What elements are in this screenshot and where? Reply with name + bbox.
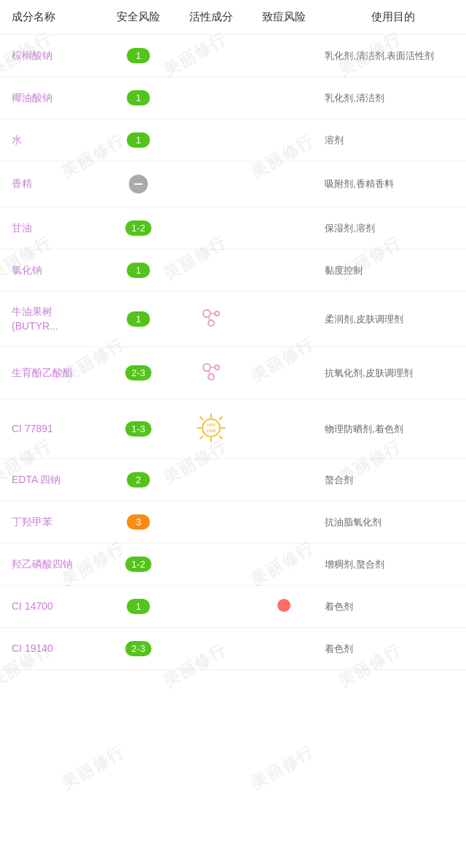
svg-line-9 [208, 370, 210, 374]
table-row: 生育酚乙酸酯2-3 抗氧化剂,皮肤调理剂 [0, 347, 466, 399]
acne-risk-cell [248, 250, 320, 292]
safety-badge-cell: 1 [102, 77, 175, 119]
svg-point-0 [203, 310, 210, 317]
table-row: CI 147001着色剂 [0, 586, 466, 628]
uva-icon: UVA UVB [196, 413, 226, 443]
header-name: 成分名称 [0, 0, 102, 35]
ingredient-purpose: 着色剂 [320, 628, 466, 670]
molecules-icon [198, 360, 224, 383]
safety-badge-cell: 1 [102, 586, 175, 628]
svg-line-15 [220, 437, 223, 439]
ingredients-table: 成分名称 安全风险 活性成分 致痘风险 使用目的 棕榈酸钠1乳化剂,清洁剂,表面… [0, 0, 466, 670]
safety-badge: 3 [127, 514, 150, 530]
table-row: 牛油果树 (BUTYR...1 柔润剂,皮肤调理剂 [0, 292, 466, 347]
ingredient-name: 丁羟甲苯 [0, 501, 102, 544]
acne-risk-cell [248, 459, 320, 501]
safety-badge-cell: 1 [102, 250, 175, 292]
ingredient-name: 氯化钠 [0, 250, 102, 292]
safety-badge-cell: 3 [102, 501, 175, 544]
molecules-icon [198, 306, 224, 330]
table-row: 丁羟甲苯3抗油脂氧化剂 [0, 501, 466, 544]
active-ingredient-cell [175, 586, 248, 628]
safety-badge: 1 [127, 48, 150, 63]
active-ingredient-cell [175, 544, 248, 586]
safety-badge: 1-3 [125, 421, 152, 437]
acne-risk-cell [248, 501, 320, 544]
active-ingredient-cell [175, 347, 248, 399]
svg-point-1 [215, 311, 219, 316]
safety-badge: 1-2 [125, 220, 152, 236]
ingredient-purpose: 黏度控制 [320, 250, 466, 292]
header-acne: 致痘风险 [248, 0, 320, 35]
acne-risk-cell [248, 119, 320, 162]
ingredient-purpose: 螯合剂 [320, 459, 466, 501]
ingredient-name: 香精 [0, 162, 102, 207]
table-header: 成分名称 安全风险 活性成分 致痘风险 使用目的 [0, 0, 466, 35]
table-row: 棕榈酸钠1乳化剂,清洁剂,表面活性剂 [0, 35, 466, 77]
table-row: CI 778911-3 UVA UVB 物理防晒剂,着色剂 [0, 399, 466, 459]
safety-badge: 1 [127, 90, 150, 105]
acne-dot-icon [277, 599, 291, 612]
acne-risk-cell [248, 347, 320, 399]
acne-risk-cell [248, 544, 320, 586]
ingredient-purpose: 乳化剂,清洁剂 [320, 77, 466, 119]
table-row: 水1溶剂 [0, 119, 466, 162]
header-active: 活性成分 [175, 0, 248, 35]
table-row: CI 191402-3着色剂 [0, 628, 466, 670]
acne-risk-cell [248, 35, 320, 77]
svg-point-5 [203, 364, 210, 371]
ingredient-name: 水 [0, 119, 102, 162]
header-purpose: 使用目的 [320, 0, 466, 35]
ingredient-name: CI 14700 [0, 586, 102, 628]
safety-badge: 2 [127, 472, 150, 487]
safety-badge: 2-3 [125, 365, 152, 381]
acne-risk-cell [248, 207, 320, 250]
active-ingredient-cell [175, 292, 248, 347]
ingredient-name: 羟乙磷酸四钠 [0, 544, 102, 586]
header-safety: 安全风险 [102, 0, 175, 35]
svg-line-14 [200, 417, 203, 420]
ingredient-name: CI 19140 [0, 628, 102, 670]
active-ingredient-cell [175, 501, 248, 544]
safety-badge: 2-3 [125, 641, 152, 656]
active-ingredient-cell: UVA UVB [175, 399, 248, 459]
safety-badge-cell: 2-3 [102, 347, 175, 399]
ingredient-name: CI 77891 [0, 399, 102, 459]
active-ingredient-cell [175, 250, 248, 292]
safety-badge-cell: 2 [102, 459, 175, 501]
safety-badge: 1 [127, 599, 150, 614]
ingredient-purpose: 保湿剂,溶剂 [320, 207, 466, 250]
ingredient-purpose: 柔润剂,皮肤调理剂 [320, 292, 466, 347]
safety-badge-cell: 2-3 [102, 628, 175, 670]
ingredient-purpose: 溶剂 [320, 119, 466, 162]
svg-text:UVB: UVB [207, 429, 216, 433]
svg-line-16 [220, 417, 223, 420]
table-row: 甘油1-2保湿剂,溶剂 [0, 207, 466, 250]
table-row: 香精吸附剂,香精香料 [0, 162, 466, 207]
active-ingredient-cell [175, 628, 248, 670]
ingredient-purpose: 抗油脂氧化剂 [320, 501, 466, 544]
ingredient-name: 生育酚乙酸酯 [0, 347, 102, 399]
safety-badge-cell: 1 [102, 292, 175, 347]
acne-risk-cell [248, 162, 320, 207]
acne-risk-cell [248, 628, 320, 670]
acne-risk-cell [248, 586, 320, 628]
svg-line-17 [200, 437, 203, 439]
ingredient-purpose: 物理防晒剂,着色剂 [320, 399, 466, 459]
ingredient-name: EDTA 四钠 [0, 459, 102, 501]
svg-point-6 [215, 365, 219, 370]
acne-risk-cell [248, 292, 320, 347]
safety-badge-cell: 1-2 [102, 544, 175, 586]
safety-badge: 1-2 [125, 557, 152, 572]
svg-text:UVA: UVA [207, 423, 216, 427]
ingredient-purpose: 着色剂 [320, 586, 466, 628]
svg-line-4 [208, 316, 210, 320]
table-row: 羟乙磷酸四钠1-2增稠剂,螯合剂 [0, 544, 466, 586]
ingredient-purpose: 乳化剂,清洁剂,表面活性剂 [320, 35, 466, 77]
ingredient-name: 椰油酸钠 [0, 77, 102, 119]
svg-point-2 [208, 320, 214, 326]
ingredient-purpose: 增稠剂,螯合剂 [320, 544, 466, 586]
ingredient-name: 牛油果树 (BUTYR... [0, 292, 102, 347]
active-ingredient-cell [175, 207, 248, 250]
ingredient-name: 甘油 [0, 207, 102, 250]
